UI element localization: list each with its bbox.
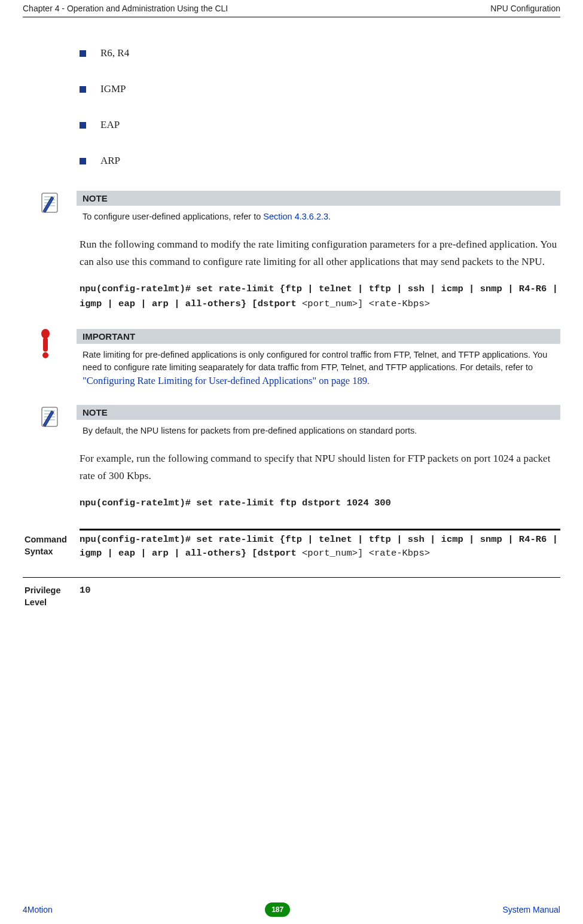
syntax-suffix: <port_num>] <rate-Kbps> [302, 548, 430, 559]
header-chapter: Chapter 4 - Operation and Administration… [23, 4, 228, 13]
note-text: By default, the NPU listens for packets … [77, 420, 560, 440]
list-item: EAP [80, 119, 560, 131]
important-body: IMPORTANT Rate limiting for pre-defined … [77, 329, 560, 391]
page-footer: 4Motion 187 System Manual [23, 902, 560, 917]
list-text: R6, R4 [100, 47, 129, 59]
cmd-prefix: npu(config-ratelmt)# set rate-limit [80, 283, 274, 294]
square-bullet-icon [80, 122, 86, 129]
page-number-badge: 187 [265, 902, 290, 917]
page-header: Chapter 4 - Operation and Administration… [23, 0, 560, 17]
important-text-before: Rate limiting for pre-defined applicatio… [83, 350, 547, 372]
square-bullet-icon [80, 158, 86, 164]
note-block: NOTE To configure user-defined applicati… [80, 191, 560, 225]
paragraph: For example, run the following command t… [80, 450, 560, 485]
note-text-after: . [328, 212, 331, 221]
important-icon-col [35, 329, 77, 359]
command-syntax-body: npu(config-ratelmt)# set rate-limit {ftp… [80, 533, 560, 561]
command-syntax-row: Command Syntax npu(config-ratelmt)# set … [23, 530, 560, 567]
note-icon [38, 191, 62, 215]
page-link[interactable]: "Configuring Rate Limiting for User-defi… [83, 375, 367, 386]
square-bullet-icon [80, 86, 86, 93]
paragraph: Run the following command to modify the … [80, 236, 560, 271]
section-link[interactable]: Section 4.3.6.2.3 [263, 212, 328, 221]
svg-rect-6 [43, 337, 48, 352]
list-text: ARP [100, 155, 120, 167]
command-syntax-label: Command Syntax [23, 533, 80, 557]
note-label: NOTE [77, 405, 560, 420]
privilege-row: Privilege Level 10 [23, 581, 560, 614]
important-text-after: . [367, 376, 370, 386]
important-label: IMPORTANT [77, 329, 560, 344]
note-icon [38, 405, 62, 429]
list-item: IGMP [80, 83, 560, 95]
note-icon-col [35, 405, 77, 429]
note-text-before: To configure user-defined applications, … [83, 212, 263, 221]
command-syntax-section: Command Syntax npu(config-ratelmt)# set … [80, 529, 560, 615]
list-text: EAP [100, 119, 120, 131]
note-body: NOTE To configure user-defined applicati… [77, 191, 560, 225]
square-bullet-icon [80, 50, 86, 57]
privilege-number: 10 [80, 585, 91, 596]
syntax-prefix: npu(config-ratelmt)# set rate-limit [80, 534, 274, 545]
list-item: R6, R4 [80, 47, 560, 59]
footer-left: 4Motion [23, 905, 53, 914]
cmd-suffix: <port_num>] <rate-Kbps> [297, 298, 430, 309]
important-text: Rate limiting for pre-defined applicatio… [77, 344, 560, 391]
note-label: NOTE [77, 191, 560, 206]
command-text: npu(config-ratelmt)# set rate-limit ftp … [80, 496, 560, 511]
header-section: NPU Configuration [490, 4, 560, 13]
note-text: To configure user-defined applications, … [77, 206, 560, 225]
main-content: R6, R4 IGMP EAP ARP NOTE To configure us… [23, 17, 560, 615]
svg-point-7 [42, 352, 48, 358]
privilege-value: 10 [80, 584, 560, 597]
important-icon [38, 329, 53, 359]
command-text: npu(config-ratelmt)# set rate-limit {ftp… [80, 282, 560, 312]
footer-right: System Manual [503, 905, 560, 914]
note-icon-col [35, 191, 77, 215]
divider [23, 577, 560, 578]
note-body: NOTE By default, the NPU listens for pac… [77, 405, 560, 440]
bullet-list: R6, R4 IGMP EAP ARP [80, 47, 560, 167]
note-block: NOTE By default, the NPU listens for pac… [80, 405, 560, 440]
privilege-label: Privilege Level [23, 584, 80, 608]
list-item: ARP [80, 155, 560, 167]
svg-point-5 [41, 329, 50, 339]
cmd-text: npu(config-ratelmt)# set rate-limit ftp … [80, 498, 391, 508]
important-block: IMPORTANT Rate limiting for pre-defined … [80, 329, 560, 391]
list-text: IGMP [100, 83, 126, 95]
